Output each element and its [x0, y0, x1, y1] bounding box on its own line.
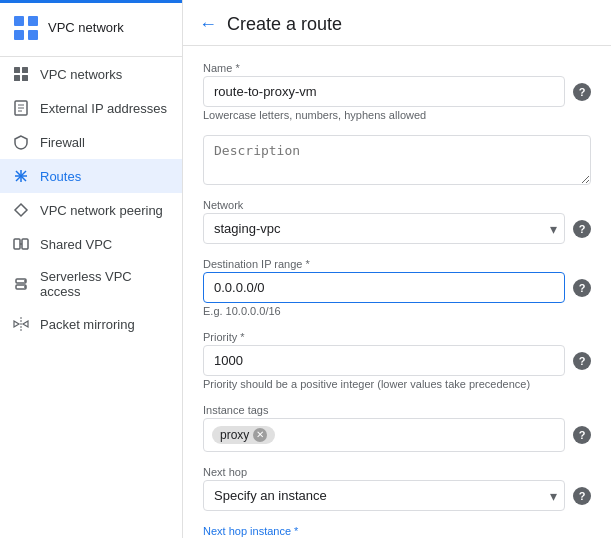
- priority-input[interactable]: [203, 345, 565, 376]
- main-content: ← Create a route Name * ? Lowercase lett…: [183, 0, 611, 538]
- tag-text: proxy: [220, 428, 249, 442]
- proxy-tag: proxy ✕: [212, 426, 275, 444]
- description-field-group: [203, 135, 591, 185]
- next-hop-help-icon[interactable]: ?: [573, 487, 591, 505]
- svg-marker-27: [23, 321, 28, 327]
- svg-rect-7: [14, 75, 20, 81]
- priority-hint: Priority should be a positive integer (l…: [203, 378, 591, 390]
- tag-remove-button[interactable]: ✕: [253, 428, 267, 442]
- name-label: Name *: [203, 62, 591, 74]
- sidebar-title: VPC network: [48, 20, 124, 36]
- sidebar-item-routes[interactable]: Routes: [0, 159, 182, 193]
- shield-icon: [12, 133, 30, 151]
- serverless-icon: [12, 275, 30, 293]
- name-field-group: Name * ? Lowercase letters, numbers, hyp…: [203, 62, 591, 121]
- network-label: Network: [203, 199, 591, 211]
- svg-marker-26: [14, 321, 19, 327]
- instance-tags-label: Instance tags: [203, 404, 591, 416]
- svg-rect-8: [22, 75, 28, 81]
- sidebar-item-shared-vpc[interactable]: Shared VPC: [0, 227, 182, 261]
- svg-rect-6: [22, 67, 28, 73]
- next-hop-label: Next hop: [203, 466, 591, 478]
- description-input[interactable]: [203, 135, 591, 185]
- sidebar-item-routes-label: Routes: [40, 169, 81, 184]
- next-hop-field-group: Next hop Specify an instance ▾ ?: [203, 466, 591, 511]
- mirror-icon: [12, 315, 30, 333]
- sidebar-header: VPC network: [0, 0, 182, 57]
- sidebar-item-firewall-label: Firewall: [40, 135, 85, 150]
- name-input[interactable]: [203, 76, 565, 107]
- diamond-icon: [12, 201, 30, 219]
- svg-rect-2: [28, 16, 38, 26]
- routes-icon: [12, 167, 30, 185]
- dest-ip-label: Destination IP range *: [203, 258, 591, 270]
- instance-tags-field-group: Instance tags proxy ✕ ?: [203, 404, 591, 452]
- sidebar-item-serverless-access[interactable]: Serverless VPC access: [0, 261, 182, 307]
- next-hop-instance-label: Next hop instance *: [203, 525, 591, 537]
- tags-container[interactable]: proxy ✕: [203, 418, 565, 452]
- sidebar-item-vpc-peering[interactable]: VPC network peering: [0, 193, 182, 227]
- sidebar-item-serverless-label: Serverless VPC access: [40, 269, 170, 299]
- network-field-group: Network staging-vpc ▾ ?: [203, 199, 591, 244]
- sidebar-item-firewall[interactable]: Firewall: [0, 125, 182, 159]
- page-header: ← Create a route: [183, 0, 611, 46]
- name-help-icon[interactable]: ?: [573, 83, 591, 101]
- svg-marker-17: [15, 204, 27, 216]
- sidebar-item-packet-mirroring-label: Packet mirroring: [40, 317, 135, 332]
- svg-rect-18: [14, 239, 20, 249]
- dest-ip-help-icon[interactable]: ?: [573, 279, 591, 297]
- sidebar-item-packet-mirroring[interactable]: Packet mirroring: [0, 307, 182, 341]
- back-button[interactable]: ←: [199, 14, 217, 35]
- network-help-icon[interactable]: ?: [573, 220, 591, 238]
- tags-help-icon[interactable]: ?: [573, 426, 591, 444]
- page-title: Create a route: [227, 14, 342, 35]
- sidebar-item-shared-vpc-label: Shared VPC: [40, 237, 112, 252]
- network-select[interactable]: staging-vpc: [203, 213, 565, 244]
- sidebar: VPC network VPC networks External IP add…: [0, 0, 183, 538]
- svg-rect-4: [28, 30, 38, 40]
- sidebar-item-vpc-networks[interactable]: VPC networks: [0, 57, 182, 91]
- sidebar-item-vpc-networks-label: VPC networks: [40, 67, 122, 82]
- priority-field-group: Priority * ? Priority should be a positi…: [203, 331, 591, 390]
- sidebar-item-external-ip[interactable]: External IP addresses: [0, 91, 182, 125]
- name-hint: Lowercase letters, numbers, hyphens allo…: [203, 109, 591, 121]
- svg-rect-1: [14, 16, 24, 26]
- shared-icon: [12, 235, 30, 253]
- next-hop-instance-field-group: Next hop instance * egress-demo-vm ▾ ?: [203, 525, 591, 538]
- grid-icon: [12, 65, 30, 83]
- svg-rect-19: [22, 239, 28, 249]
- priority-help-icon[interactable]: ?: [573, 352, 591, 370]
- svg-rect-5: [14, 67, 20, 73]
- dest-ip-field-group: Destination IP range * ? E.g. 10.0.0.0/1…: [203, 258, 591, 317]
- doc-icon: [12, 99, 30, 117]
- dest-ip-input[interactable]: [203, 272, 565, 303]
- next-hop-select[interactable]: Specify an instance: [203, 480, 565, 511]
- vpc-logo: [12, 14, 40, 42]
- sidebar-item-vpc-peering-label: VPC network peering: [40, 203, 163, 218]
- svg-point-24: [24, 286, 26, 288]
- dest-ip-hint: E.g. 10.0.0.0/16: [203, 305, 591, 317]
- sidebar-item-external-ip-label: External IP addresses: [40, 101, 167, 116]
- priority-label: Priority *: [203, 331, 591, 343]
- svg-rect-3: [14, 30, 24, 40]
- svg-point-23: [24, 280, 26, 282]
- form: Name * ? Lowercase letters, numbers, hyp…: [183, 46, 611, 538]
